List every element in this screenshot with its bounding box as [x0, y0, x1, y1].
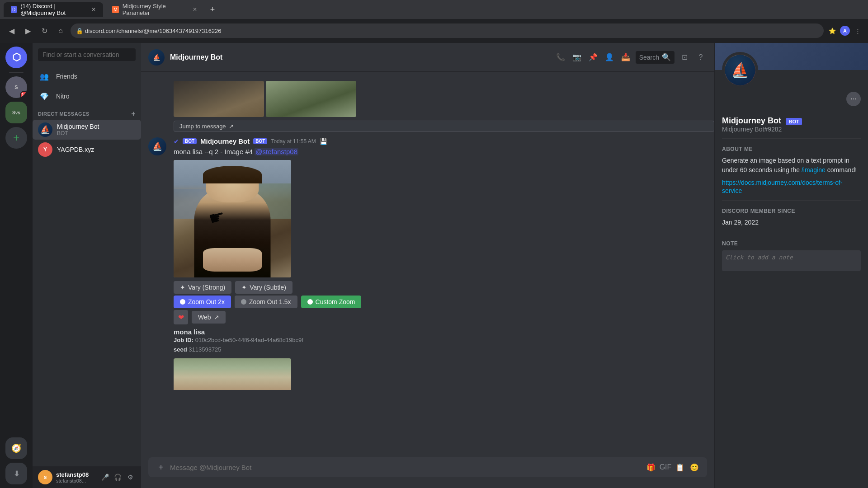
dm-search-input[interactable]: [38, 48, 136, 61]
seed-label: seed: [174, 346, 187, 353]
profile-icon[interactable]: A: [840, 26, 850, 36]
guild-icon-svs[interactable]: Svs: [5, 102, 27, 123]
message-username[interactable]: Midjourney Bot: [200, 137, 250, 145]
discord-logo: ⬡: [12, 52, 21, 63]
call-button[interactable]: 📞: [554, 51, 567, 64]
gift-icon[interactable]: 🎁: [646, 462, 656, 473]
web-button[interactable]: Web ↗: [192, 311, 226, 324]
yagpdb-username: YAGPDB.xyz: [57, 146, 94, 153]
back-button[interactable]: ◀: [5, 24, 18, 37]
main-chat: ⛵ Midjourney Bot 📞 📷 📌 👤 📥 Search 🔍 ⊡ ?: [141, 43, 714, 488]
nitro-item[interactable]: 💎 Nitro: [33, 86, 141, 106]
user-avatar-initials: s: [44, 474, 47, 480]
message-prompt: mona lisa --q 2 - Image #4: [174, 148, 255, 155]
settings-icon[interactable]: ⋮: [853, 26, 863, 36]
imagine-command-link[interactable]: /imagine: [802, 166, 826, 174]
about-me-text: Generate an image based on a text prompt…: [722, 156, 861, 175]
tab-midjourney-close[interactable]: ✕: [193, 6, 197, 13]
mention-user[interactable]: @stefanstp08: [255, 148, 298, 155]
bottom-partial-image[interactable]: [174, 358, 291, 390]
top-image-2[interactable]: [266, 81, 356, 117]
popout-button[interactable]: ⊡: [678, 51, 691, 64]
zoom-out-1-5x-button[interactable]: Zoom Out 1.5x: [235, 296, 297, 308]
chat-header: ⛵ Midjourney Bot 📞 📷 📌 👤 📥 Search 🔍 ⊡ ?: [141, 43, 714, 72]
address-bar: ◀ ▶ ↻ ⌂ 🔒 discord.com/channels/@me/10634…: [0, 19, 868, 42]
web-label: Web: [198, 314, 211, 321]
download-icon[interactable]: ⬇: [5, 463, 27, 484]
forward-button[interactable]: ▶: [22, 24, 34, 37]
profile-action-1[interactable]: ⋯: [846, 92, 861, 106]
mona-lisa-image[interactable]: ☛: [174, 160, 291, 277]
dm-user-yagpdb[interactable]: Y YAGPDB.xyz: [33, 140, 141, 160]
chat-header-avatar: ⛵: [148, 49, 165, 66]
headphone-button[interactable]: 🎧: [112, 472, 123, 483]
url-input[interactable]: 🔒 discord.com/channels/@me/1063443749197…: [71, 23, 824, 38]
message-input[interactable]: [170, 464, 646, 471]
add-dm-icon[interactable]: +: [131, 110, 136, 118]
notification-badge-1: 14: [20, 91, 27, 98]
top-image-1[interactable]: [174, 81, 264, 117]
dm-section-header: DIRECT MESSAGES +: [33, 106, 141, 120]
sticker-icon[interactable]: 📋: [675, 462, 685, 473]
chat-input-area: + 🎁 GIF 📋 😊: [141, 457, 714, 488]
tab-discord[interactable]: D (14) Discord | @Midjourney Bot ✕: [4, 2, 103, 17]
mic-button[interactable]: 🎤: [99, 472, 110, 483]
vary-subtle-button[interactable]: ✦ Vary (Subtle): [235, 281, 292, 294]
tab-midjourney[interactable]: M Midjourney Style Parameter ✕: [105, 2, 204, 17]
top-images-section: [141, 79, 714, 117]
zoom-out-2x-button[interactable]: Zoom Out 2x: [174, 296, 231, 308]
direct-messages-label: DIRECT MESSAGES: [38, 111, 90, 117]
refresh-button[interactable]: ↻: [38, 24, 51, 37]
profile-divider-3: [722, 233, 861, 233]
save-icon[interactable]: 💾: [320, 138, 327, 145]
reaction-row: ❤ Web ↗: [174, 310, 707, 324]
footer-tag: stefanstp08...: [56, 478, 96, 483]
tab-discord-close[interactable]: ✕: [91, 6, 96, 13]
nitro-icon: 💎: [38, 90, 51, 103]
midjourney-user-info: Midjourney Bot BOT: [57, 123, 99, 136]
guild-icon-1[interactable]: S 14: [5, 76, 27, 98]
home-button[interactable]: ⌂: [54, 24, 67, 37]
inbox-button[interactable]: 📥: [619, 51, 632, 64]
guild-icon-add[interactable]: +: [5, 127, 27, 149]
right-sidebar: ⛵ ⋯ Midjourney Bot BOT Midjourney Bot#92…: [714, 43, 868, 488]
custom-zoom-button[interactable]: Custom Zoom: [301, 296, 362, 308]
jump-to-message-button[interactable]: Jump to message ↗: [174, 121, 714, 132]
message-avatar[interactable]: ⛵: [148, 137, 166, 155]
profile-divider-2: [722, 200, 861, 201]
discover-icon[interactable]: 🧭: [5, 437, 27, 459]
note-title: NOTE: [722, 240, 861, 247]
chat-messages: Jump to message ↗ ⛵ ✔ BOT Midjourney Bot…: [141, 72, 714, 457]
custom-zoom-label: Custom Zoom: [316, 298, 355, 305]
pin-button[interactable]: 📌: [587, 51, 599, 64]
top-images-row: [174, 81, 707, 117]
jump-label: Jump to message: [179, 123, 226, 130]
attach-button[interactable]: +: [156, 462, 166, 473]
zoom-1-5x-label: Zoom Out 1.5x: [249, 298, 291, 305]
vary-strong-button[interactable]: ✦ Vary (Strong): [174, 281, 231, 294]
url-text: discord.com/channels/@me/106344374919731…: [85, 28, 222, 34]
extensions-icon[interactable]: ⭐: [827, 26, 837, 36]
tos-link[interactable]: https://docs.midjourney.com/docs/terms-o…: [722, 179, 843, 194]
gif-icon[interactable]: GIF: [660, 462, 671, 473]
job-info: mona lisa Job ID: 010c2bcd-be50-44f6-94a…: [174, 328, 707, 355]
help-button[interactable]: ?: [694, 51, 707, 64]
new-tab-button[interactable]: +: [206, 3, 219, 16]
emoji-icon[interactable]: 😊: [689, 462, 700, 473]
discord-home-icon[interactable]: ⬡: [5, 47, 27, 68]
tab-bar: D (14) Discord | @Midjourney Bot ✕ M Mid…: [0, 0, 868, 19]
message-image: ☛: [174, 160, 707, 277]
video-button[interactable]: 📷: [571, 51, 583, 64]
dm-user-midjourney[interactable]: ⛵ Midjourney Bot BOT: [33, 120, 141, 140]
friends-item[interactable]: 👥 Friends: [33, 66, 141, 86]
mona-lisa-art: ☛: [174, 160, 291, 277]
note-input[interactable]: [722, 250, 861, 271]
add-member-button[interactable]: 👤: [603, 51, 616, 64]
figure-hands: [203, 248, 262, 272]
settings-button[interactable]: ⚙: [125, 472, 136, 483]
search-box[interactable]: Search 🔍: [636, 51, 675, 64]
midjourney-username: Midjourney Bot: [57, 123, 99, 130]
heart-reaction-button[interactable]: ❤: [174, 310, 188, 324]
profile-body: Midjourney Bot BOT Midjourney Bot#9282 A…: [715, 93, 868, 280]
bot-badge-indicator: BOT: [183, 138, 197, 144]
